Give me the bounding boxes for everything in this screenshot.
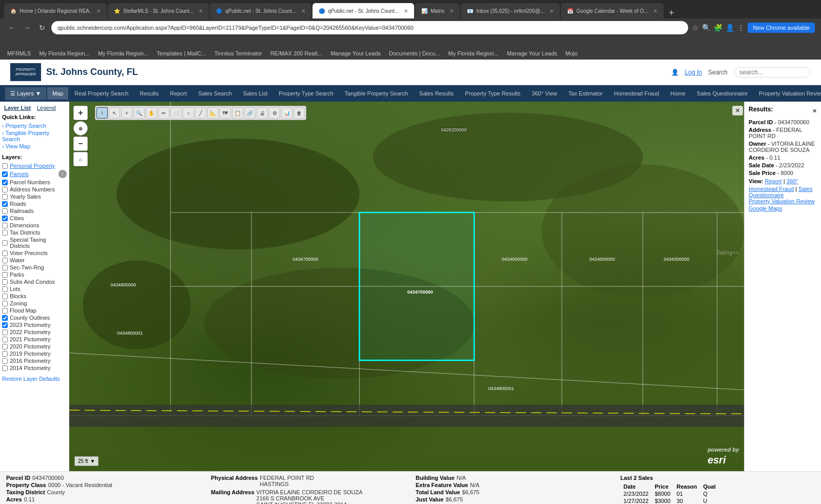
quick-link-property-search[interactable]: Property Search (2, 122, 67, 129)
layer-parcel-numbers-checkbox[interactable] (2, 180, 8, 185)
layer-tax-districts-label[interactable]: Tax Districts (10, 229, 40, 236)
layer-address-numbers-label[interactable]: Address Numbers (10, 186, 55, 192)
bookmark-docs[interactable]: Documents | Docu... (386, 49, 443, 57)
layer-2014-pictometry-label[interactable]: 2014 Pictometry (10, 365, 50, 371)
tab-matrix[interactable]: 📊 Matrix ✕ (415, 3, 460, 18)
layer-lots-label[interactable]: Lots (10, 286, 21, 292)
nav-layers[interactable]: ☰ Layers ▼ (5, 87, 46, 100)
map-tool-settings[interactable]: ⚙ (269, 107, 280, 119)
bookmark-mojo[interactable]: Mojo (562, 49, 581, 57)
map-tool-pan[interactable]: ✋ (146, 107, 157, 119)
layer-county-outlines-label[interactable]: County Outlines (10, 315, 50, 321)
menu-button[interactable]: ⋮ (737, 24, 745, 32)
layer-subs-condos-checkbox[interactable] (2, 279, 8, 285)
layer-personal-property-label[interactable]: Personal Property (10, 163, 55, 169)
nav-results[interactable]: Results (135, 87, 164, 100)
layer-parcel-numbers-label[interactable]: Parcel Numbers (10, 179, 50, 185)
bookmark-templates[interactable]: Templates | MailC... (153, 49, 209, 57)
tab-home[interactable]: 🏠 Home | Orlando Regional REA... ✕ (4, 3, 107, 18)
layer-sec-twn-rng-label[interactable]: Sec-Twn-Rng (10, 264, 44, 270)
layer-subs-condos-label[interactable]: Subs And Condos (10, 279, 55, 285)
zoom-button[interactable]: 🔍 (702, 24, 711, 32)
layer-2021-pictometry-checkbox[interactable] (2, 337, 8, 342)
layer-special-taxing-checkbox[interactable] (2, 240, 8, 246)
layer-2022-pictometry-checkbox[interactable] (2, 329, 8, 335)
nav-property-type-results[interactable]: Property Type Results (460, 87, 525, 100)
map-tool-select[interactable]: ↖ (109, 107, 120, 119)
layer-railroads-label[interactable]: Railroads (10, 208, 33, 214)
map-tool-zoom-out[interactable]: 🔍 (133, 107, 145, 119)
map-tool-measure[interactable]: 📐 (207, 107, 219, 119)
layer-railroads-checkbox[interactable] (2, 208, 8, 214)
profile-button[interactable]: 👤 (726, 24, 734, 32)
nav-prop-val[interactable]: Property Valuation Review (754, 87, 821, 100)
nav-sales-search[interactable]: Sales Search (193, 87, 237, 100)
url-bar[interactable]: qpublic.schneidercorp.com/Application.as… (51, 21, 688, 34)
tab-calendar[interactable]: 📅 Google Calendar - Week of O... ✕ (561, 3, 663, 18)
bookmark-mfr3[interactable]: My Florida Region... (445, 49, 501, 57)
nav-homestead[interactable]: Homestead Fraud (609, 87, 664, 100)
layer-water-label[interactable]: Water (10, 257, 25, 263)
layer-blocks-checkbox[interactable] (2, 294, 8, 299)
layer-2022-pictometry-label[interactable]: 2022 Pictometry (10, 329, 50, 335)
compass-button[interactable]: ⊕ (73, 121, 88, 135)
result-report-link[interactable]: Report (765, 178, 782, 184)
layer-2016-pictometry-label[interactable]: 2016 Pictometry (10, 358, 50, 364)
map-tool-rect[interactable]: ⬜ (170, 107, 182, 119)
tab-stellar[interactable]: ⭐ StellarMLS - St. Johns Count... ✕ (108, 3, 209, 18)
layer-zoning-checkbox[interactable] (2, 301, 8, 306)
map-tool-line[interactable]: ╱ (195, 107, 206, 119)
layer-sec-twn-rng-checkbox[interactable] (2, 265, 8, 270)
new-chrome-button[interactable]: New Chrome available (748, 23, 815, 33)
nav-map[interactable]: Map (47, 87, 68, 100)
home-extent-button[interactable]: ⌂ (73, 152, 88, 166)
bookmark-button[interactable]: ☆ (692, 24, 699, 32)
layer-yearly-sales-label[interactable]: Yearly Sales (10, 193, 41, 200)
nav-real-property[interactable]: Real Property Search (69, 87, 133, 100)
zoom-out-button[interactable]: − (73, 137, 88, 151)
layer-cities-label[interactable]: Cities (10, 215, 24, 221)
layer-special-taxing-label[interactable]: Special Taxing Districts (10, 237, 67, 249)
layer-voter-precincts-label[interactable]: Voter Precincts (10, 250, 48, 256)
layer-2023-pictometry-label[interactable]: 2023 Pictometry (10, 322, 50, 328)
layer-water-checkbox[interactable] (2, 258, 8, 263)
nav-property-type-search[interactable]: Property Type Search (273, 87, 338, 100)
quick-link-view-map[interactable]: View Map (2, 143, 67, 150)
layer-personal-property-checkbox[interactable] (2, 163, 8, 169)
nav-sales-results[interactable]: Sales Results (414, 87, 459, 100)
map-tool-zoom-in[interactable]: + (121, 107, 132, 119)
result-prop-val-link[interactable]: Property Valuation Review (749, 198, 815, 204)
layer-lots-checkbox[interactable] (2, 286, 8, 292)
layer-2020-pictometry-label[interactable]: 2020 Pictometry (10, 343, 50, 350)
layer-parcels-checkbox[interactable] (2, 171, 8, 177)
layer-2016-pictometry-checkbox[interactable] (2, 358, 8, 364)
layer-dimensions-checkbox[interactable] (2, 223, 8, 228)
bookmark-mfr2[interactable]: My Florida Region... (95, 49, 151, 57)
nav-tangible[interactable]: Tangible Property Search (340, 87, 414, 100)
layer-2023-pictometry-checkbox[interactable] (2, 322, 8, 328)
map-tool-info[interactable]: i (96, 107, 108, 119)
map-tool-chart[interactable]: 📊 (281, 107, 292, 119)
layer-parks-checkbox[interactable] (2, 272, 8, 278)
zoom-in-button[interactable]: + (73, 106, 88, 120)
map-tool-delete[interactable]: 🗑 (294, 107, 305, 119)
quick-link-tangible[interactable]: Tangible Property Search (2, 129, 67, 143)
layer-parcels-info[interactable]: i (58, 170, 67, 178)
nav-360[interactable]: 360° View (526, 87, 562, 100)
layer-list-tab[interactable]: Layer List (2, 104, 33, 112)
map-tool-circle[interactable]: ○ (183, 107, 194, 119)
tab-inbox[interactable]: 📧 Inbox (35,625) - orltml200@... ✕ (461, 3, 560, 18)
results-close-button[interactable]: ✕ (812, 108, 817, 114)
layer-roads-label[interactable]: Roads (10, 201, 26, 207)
nav-sales-quest[interactable]: Sales Questionnaire (692, 87, 753, 100)
result-homestead-link[interactable]: Homestead Fraud (749, 186, 794, 192)
layer-dimensions-label[interactable]: Dimensions (10, 222, 39, 228)
layer-flood-map-checkbox[interactable] (2, 308, 8, 314)
extension-button[interactable]: 🧩 (714, 24, 722, 32)
layer-yearly-sales-checkbox[interactable] (2, 194, 8, 200)
layer-voter-precincts-checkbox[interactable] (2, 250, 8, 256)
restore-layer-defaults[interactable]: Restore Layer Defaults (2, 376, 67, 382)
search-input[interactable] (734, 67, 811, 77)
layer-roads-checkbox[interactable] (2, 201, 8, 207)
nav-home[interactable]: Home (665, 87, 690, 100)
